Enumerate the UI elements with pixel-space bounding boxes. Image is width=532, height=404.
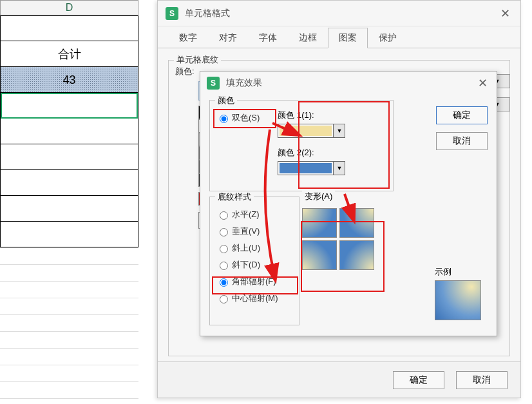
style-radio-center[interactable]: 中心辐射(M) <box>216 290 292 307</box>
color1-swatch <box>280 126 332 136</box>
cell[interactable] <box>1 196 138 222</box>
app-icon: S <box>166 7 178 20</box>
variant-option[interactable] <box>339 208 374 238</box>
tabs: 数字 对齐 字体 边框 图案 保护 <box>158 26 520 48</box>
cell[interactable] <box>0 282 138 298</box>
two-color-label: 双色(S) <box>232 112 260 124</box>
fill-effect-dialog: S 填充效果 ✕ 颜色 双色(S) 颜色 1(1): ▼ <box>200 71 497 336</box>
tab-align[interactable]: 对齐 <box>208 28 248 48</box>
tab-number[interactable]: 数字 <box>168 28 208 48</box>
two-color-radio[interactable]: 双色(S) <box>216 110 260 126</box>
cell[interactable] <box>0 382 138 399</box>
column-header-d[interactable]: D <box>0 0 138 15</box>
cell[interactable] <box>1 170 138 196</box>
ok-button[interactable]: 确定 <box>436 106 488 124</box>
color2-combo[interactable]: ▼ <box>278 161 345 175</box>
colors-legend: 颜色 <box>215 95 237 106</box>
chevron-down-icon[interactable]: ▼ <box>333 124 345 137</box>
dialog-title: 单元格格式 <box>185 8 498 19</box>
ok-button[interactable]: 确定 <box>393 371 444 389</box>
variants-legend: 变形(A) <box>302 191 335 202</box>
cell-active[interactable] <box>1 93 138 119</box>
chevron-down-icon[interactable]: ▼ <box>333 162 345 175</box>
color1-combo[interactable]: ▼ <box>278 124 345 138</box>
cell[interactable] <box>0 399 138 404</box>
spreadsheet-column: D 合计 43 <box>0 0 138 404</box>
tab-protect[interactable]: 保护 <box>368 28 408 48</box>
style-radio-horizontal[interactable]: 水平(Z) <box>216 206 292 223</box>
cancel-button[interactable]: 取消 <box>456 371 508 389</box>
style-radio-diag-down[interactable]: 斜下(D) <box>216 256 292 273</box>
titlebar[interactable]: S 单元格格式 ✕ <box>158 1 520 26</box>
cell[interactable] <box>0 298 138 315</box>
variant-option[interactable] <box>302 208 337 238</box>
variant-option[interactable] <box>339 240 374 270</box>
cell[interactable] <box>0 315 138 332</box>
cell[interactable] <box>0 349 138 365</box>
sample-area: 示例 <box>435 266 481 320</box>
shading-style-group: 底纹样式 水平(Z) 垂直(V) 斜上(U) 斜下(D) 角部辐射(F) 中心辐… <box>209 197 299 325</box>
cell[interactable] <box>0 365 138 382</box>
sample-label: 示例 <box>435 266 481 278</box>
variants-group: 变形(A) <box>302 197 394 293</box>
color2-swatch <box>280 163 332 173</box>
close-icon[interactable]: ✕ <box>498 6 513 21</box>
tab-border[interactable]: 边框 <box>288 28 328 48</box>
group-legend: 单元格底纹 <box>174 54 221 66</box>
cell[interactable] <box>1 144 138 170</box>
cell-selected[interactable]: 43 <box>1 67 138 93</box>
style-radio-vertical[interactable]: 垂直(V) <box>216 223 292 240</box>
styles-legend: 底纹样式 <box>215 191 254 203</box>
two-color-radio-input[interactable] <box>220 115 228 123</box>
app-icon: S <box>207 77 220 90</box>
cell[interactable] <box>0 265 138 282</box>
cell[interactable] <box>1 222 138 247</box>
style-radio-corner[interactable]: 角部辐射(F) <box>216 273 292 290</box>
cell[interactable] <box>0 248 138 265</box>
color2-label: 颜色 2(2): <box>278 147 345 159</box>
cell[interactable] <box>1 119 138 144</box>
tab-pattern[interactable]: 图案 <box>328 28 368 48</box>
variant-option[interactable] <box>302 240 337 270</box>
cell[interactable] <box>0 332 138 349</box>
close-icon[interactable]: ✕ <box>475 76 490 90</box>
tab-font[interactable]: 字体 <box>248 28 288 48</box>
colors-group: 颜色 双色(S) 颜色 1(1): ▼ 颜色 2(2): <box>209 100 394 191</box>
color1-label: 颜色 1(1): <box>278 110 345 121</box>
dialog-title: 填充效果 <box>226 77 475 89</box>
cell[interactable] <box>1 15 138 41</box>
cancel-button[interactable]: 取消 <box>436 132 488 150</box>
dialog-footer: 确定 取消 <box>158 361 520 398</box>
style-radio-diag-up[interactable]: 斜上(U) <box>216 240 292 256</box>
sample-swatch <box>435 280 481 320</box>
cell[interactable]: 合计 <box>1 41 138 67</box>
titlebar[interactable]: S 填充效果 ✕ <box>200 72 497 95</box>
